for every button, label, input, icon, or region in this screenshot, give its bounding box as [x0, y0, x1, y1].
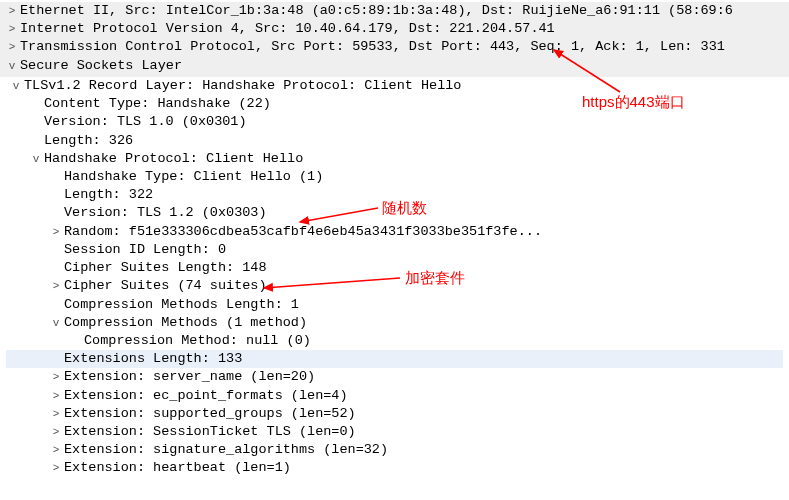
tree-row[interactable]: Compression Methods Length: 1 [6, 296, 783, 314]
chevron-right-icon: > [50, 425, 62, 440]
spacer-icon [50, 170, 62, 185]
tree-row-text: Length: 322 [64, 187, 153, 202]
tree-row-text: TLSv1.2 Record Layer: Handshake Protocol… [24, 78, 461, 93]
chevron-right-icon: > [50, 443, 62, 458]
tree-row[interactable]: >Extension: server_name (len=20) [6, 368, 783, 386]
protocol-tree: vTLSv1.2 Record Layer: Handshake Protoco… [0, 77, 789, 478]
tcp-line[interactable]: >Transmission Control Protocol, Src Port… [6, 38, 783, 56]
chevron-right-icon: > [50, 461, 62, 476]
chevron-down-icon: v [50, 316, 62, 331]
tree-row[interactable]: Extensions Length: 133 [6, 350, 783, 368]
annotation-https-port: https的443端口 [582, 92, 685, 112]
chevron-down-icon: v [10, 79, 22, 94]
tree-row-text: Version: TLS 1.2 (0x0303) [64, 205, 267, 220]
tree-row[interactable]: >Extension: supported_groups (len=52) [6, 405, 783, 423]
tree-row-text: Compression Method: null (0) [84, 333, 311, 348]
tree-row-text: Extension: server_name (len=20) [64, 369, 315, 384]
chevron-down-icon: v [30, 152, 42, 167]
spacer-icon [50, 206, 62, 221]
dst-port-value: 443 [490, 39, 514, 54]
chevron-right-icon: > [50, 370, 62, 385]
tree-row-text: Handshake Type: Client Hello (1) [64, 169, 323, 184]
tree-row[interactable]: Length: 326 [6, 132, 783, 150]
tree-row-text: Compression Methods (1 method) [64, 315, 307, 330]
chevron-right-icon: > [50, 279, 62, 294]
chevron-right-icon: > [50, 225, 62, 240]
tree-row-text: Random: f51e333306cdbea53cafbf4e6eb45a34… [64, 224, 542, 239]
tree-row[interactable]: >Extension: signature_algorithms (len=32… [6, 441, 783, 459]
tree-row-text: Session ID Length: 0 [64, 242, 226, 257]
tree-row[interactable]: >Extension: ec_point_formats (len=4) [6, 387, 783, 405]
tree-row-text: Extension: ec_point_formats (len=4) [64, 388, 348, 403]
tree-row[interactable]: >Random: f51e333306cdbea53cafbf4e6eb45a3… [6, 223, 783, 241]
tree-row-text: Length: 326 [44, 133, 133, 148]
tree-row-text: Extension: heartbeat (len=1) [64, 460, 291, 475]
annotation-cipher-suites: 加密套件 [405, 268, 465, 288]
spacer-icon [50, 243, 62, 258]
spacer-icon [50, 298, 62, 313]
tree-row[interactable]: Cipher Suites Length: 148 [6, 259, 783, 277]
tree-row-text: Content Type: Handshake (22) [44, 96, 271, 111]
tree-row[interactable]: Handshake Type: Client Hello (1) [6, 168, 783, 186]
tree-row-text: Cipher Suites (74 suites) [64, 278, 267, 293]
spacer-icon [50, 352, 62, 367]
spacer-icon [70, 334, 82, 349]
ip-line[interactable]: >Internet Protocol Version 4, Src: 10.40… [6, 20, 783, 38]
tree-row-text: Extension: SessionTicket TLS (len=0) [64, 424, 356, 439]
tree-row-text: Extensions Length: 133 [64, 351, 242, 366]
tree-row[interactable]: Compression Method: null (0) [6, 332, 783, 350]
tree-row[interactable]: >Extension: SessionTicket TLS (len=0) [6, 423, 783, 441]
chevron-right-icon: > [50, 407, 62, 422]
tree-row[interactable]: Session ID Length: 0 [6, 241, 783, 259]
chevron-right-icon: > [6, 4, 18, 19]
chevron-right-icon: > [6, 40, 18, 55]
packet-headers: >Ethernet II, Src: IntelCor_1b:3a:48 (a0… [0, 2, 789, 77]
tree-row-text: Version: TLS 1.0 (0x0301) [44, 114, 247, 129]
tree-row[interactable]: >Extension: heartbeat (len=1) [6, 459, 783, 477]
spacer-icon [50, 261, 62, 276]
tree-row-text: Extension: supported_groups (len=52) [64, 406, 356, 421]
ethernet-line[interactable]: >Ethernet II, Src: IntelCor_1b:3a:48 (a0… [6, 2, 783, 20]
spacer-icon [30, 134, 42, 149]
tree-row-text: Cipher Suites Length: 148 [64, 260, 267, 275]
tree-row[interactable]: vHandshake Protocol: Client Hello [6, 150, 783, 168]
tree-row-text: Extension: signature_algorithms (len=32) [64, 442, 388, 457]
annotation-random: 随机数 [382, 198, 427, 218]
spacer-icon [30, 115, 42, 130]
tree-row-text: Handshake Protocol: Client Hello [44, 151, 303, 166]
spacer-icon [30, 97, 42, 112]
spacer-icon [50, 188, 62, 203]
tree-row[interactable]: >Cipher Suites (74 suites) [6, 277, 783, 295]
tree-row[interactable]: Version: TLS 1.0 (0x0301) [6, 113, 783, 131]
chevron-down-icon: v [6, 59, 18, 74]
tree-row[interactable]: vCompression Methods (1 method) [6, 314, 783, 332]
tree-row-text: Compression Methods Length: 1 [64, 297, 299, 312]
chevron-right-icon: > [6, 22, 18, 37]
ssl-line[interactable]: vSecure Sockets Layer [6, 57, 783, 75]
chevron-right-icon: > [50, 389, 62, 404]
